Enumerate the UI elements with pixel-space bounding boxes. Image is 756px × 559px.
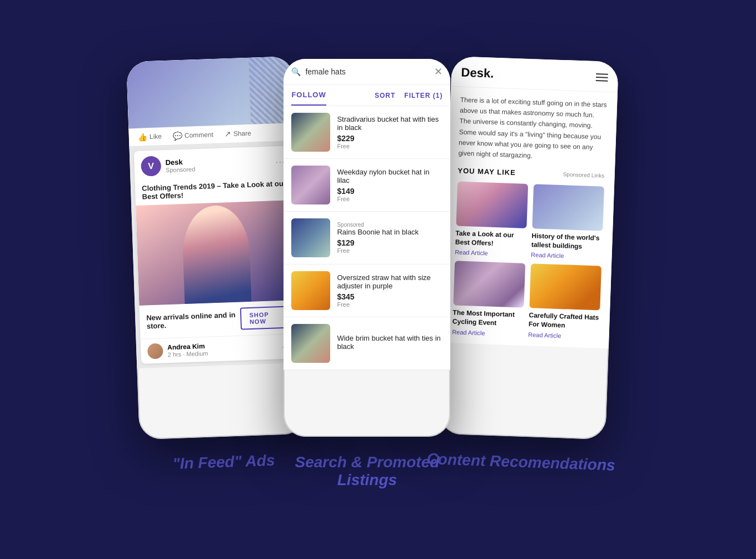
user-info: Andrea Kim 2 hrs · Medium <box>167 342 208 358</box>
share-label: Share <box>233 129 252 138</box>
rec-read-link-3[interactable]: Read Article <box>528 331 599 340</box>
you-may-like-header: YOU MAY LIKE Sponsored Links <box>458 167 605 180</box>
search-clear-button[interactable]: ✕ <box>434 66 442 78</box>
rec-read-link-1[interactable]: Read Article <box>531 252 601 261</box>
product-name-0: Stradivarius bucket hat with ties in bla… <box>337 115 442 132</box>
share-icon: ↗ <box>225 129 232 138</box>
product-info-1: Weekday nylon bucket hat in lilac $149 F… <box>337 168 442 202</box>
product-list: Stradivarius bucket hat with ties in bla… <box>284 106 450 370</box>
phone-1-label: "In Feed" Ads <box>172 452 275 473</box>
product-price-3: $345 <box>337 292 442 301</box>
comment-label: Comment <box>185 131 213 139</box>
feed-top-banner <box>127 56 296 128</box>
rec-thumb-0 <box>456 182 528 228</box>
tab-follow[interactable]: FOLLOW <box>291 85 326 106</box>
product-shipping-0: Free <box>337 143 442 149</box>
product-shipping-3: Free <box>337 301 442 308</box>
phone-3-screen: Desk. There is a lot of exciting stuff g… <box>442 56 619 348</box>
rec-item-3[interactable]: Carefully Crafted Hats For Women Read Ar… <box>528 263 601 340</box>
article-text: There is a lot of exciting stuff going o… <box>459 95 608 164</box>
filter-button[interactable]: FILTER (1) <box>404 92 442 99</box>
feed-footer: Andrea Kim 2 hrs · Medium ··· <box>141 333 299 364</box>
menu-line-1 <box>596 73 608 75</box>
feed-ad-card: V Desk Sponsored ··· Clothing Trends 201… <box>134 146 299 364</box>
product-thumb-3 <box>291 271 330 310</box>
product-name-4: Wide brim bucket hat with ties in black <box>337 334 442 351</box>
product-item-3[interactable]: Oversized straw hat with size adjuster i… <box>284 264 450 317</box>
rec-item-2[interactable]: The Most Important Cycling Event Read Ar… <box>452 261 526 338</box>
feed-cta-row: New arrivals online and in store. SHOP N… <box>140 300 299 339</box>
phone-1-shell: 👍 Like 💬 Comment ↗ Share V <box>127 56 307 440</box>
product-name-1: Weekday nylon bucket hat in lilac <box>337 168 442 184</box>
product-shipping-1: Free <box>337 196 442 202</box>
product-info-0: Stradivarius bucket hat with ties in bla… <box>337 115 442 149</box>
rec-thumb-2 <box>453 261 525 308</box>
product-info-3: Oversized straw hat with size adjuster i… <box>337 273 442 308</box>
product-price-2: $129 <box>337 238 442 247</box>
sponsored-tag: Sponsored <box>337 222 442 228</box>
product-thumb-2 <box>291 218 330 257</box>
rec-item-0[interactable]: Take a Look at our Best Offers! Read Art… <box>455 182 529 258</box>
search-tabs: FOLLOW SORT FILTER (1) <box>284 85 450 106</box>
product-item-1[interactable]: Weekday nylon bucket hat in lilac $149 F… <box>284 159 450 212</box>
search-input[interactable]: female hats <box>305 67 430 76</box>
like-icon: 👍 <box>138 132 148 142</box>
phones-container: 👍 Like 💬 Comment ↗ Share V <box>117 59 639 489</box>
phone-2-wrapper: 🔍 female hats ✕ FOLLOW SORT FILTER (1) S… <box>284 59 450 489</box>
share-button[interactable]: ↗ Share <box>225 129 252 139</box>
search-tab-actions: SORT FILTER (1) <box>375 85 442 106</box>
rec-read-link-2[interactable]: Read Article <box>452 328 523 337</box>
sponsored-label: Sponsored <box>166 166 196 173</box>
product-price-0: $229 <box>337 134 442 143</box>
like-label: Like <box>150 132 162 141</box>
rec-read-link-0[interactable]: Read Article <box>455 249 526 258</box>
product-name-2: Rains Boonie hat in black <box>337 228 442 236</box>
product-info-4: Wide brim bucket hat with ties in black <box>337 334 442 353</box>
product-thumb-1 <box>291 166 330 204</box>
rec-thumb-3 <box>529 263 601 310</box>
phone-1-wrapper: 👍 Like 💬 Comment ↗ Share V <box>127 56 308 474</box>
brand-avatar: V <box>141 156 162 176</box>
ad-image <box>136 200 297 306</box>
phone-3-label: Content Recomendations <box>427 450 616 475</box>
user-avatar <box>147 343 163 359</box>
product-shipping-2: Free <box>337 247 442 254</box>
rec-thumb-1 <box>532 184 604 231</box>
hamburger-menu-icon[interactable] <box>596 73 608 82</box>
product-item-2[interactable]: Sponsored Rains Boonie hat in black $129… <box>284 212 450 264</box>
search-icon: 🔍 <box>291 67 301 76</box>
cta-text: New arrivals online and in store. <box>146 311 241 331</box>
feed-card-header: V Desk Sponsored ··· <box>134 146 293 182</box>
phone-1-screen: 👍 Like 💬 Comment ↗ Share V <box>127 56 304 368</box>
menu-line-3 <box>596 80 608 82</box>
rec-title-0: Take a Look at our Best Offers! <box>455 229 526 249</box>
comment-button[interactable]: 💬 Comment <box>173 130 214 141</box>
content-body: There is a lot of exciting stuff going o… <box>442 87 618 348</box>
rec-title-3: Carefully Crafted Hats For Women <box>529 311 600 331</box>
sponsored-links-label: Sponsored Links <box>563 171 605 179</box>
recommendations-grid: Take a Look at our Best Offers! Read Art… <box>452 182 604 340</box>
product-info-2: Sponsored Rains Boonie hat in black $129… <box>337 222 442 254</box>
search-bar: 🔍 female hats ✕ <box>284 59 450 85</box>
phone-3-wrapper: Desk. There is a lot of exciting stuff g… <box>427 56 630 474</box>
like-button[interactable]: 👍 Like <box>138 132 162 141</box>
rec-item-1[interactable]: History of the world's tallest buildings… <box>531 184 604 261</box>
sort-button[interactable]: SORT <box>375 92 395 99</box>
you-may-like-title: YOU MAY LIKE <box>458 167 516 177</box>
comment-icon: 💬 <box>173 131 183 141</box>
phone-2-screen: 🔍 female hats ✕ FOLLOW SORT FILTER (1) S… <box>284 59 450 370</box>
rec-title-2: The Most Important Cycling Event <box>452 309 524 329</box>
product-name-3: Oversized straw hat with size adjuster i… <box>337 273 442 290</box>
phone-2-label: Search & Promoted Listings <box>284 453 450 489</box>
phone-2-shell: 🔍 female hats ✕ FOLLOW SORT FILTER (1) S… <box>284 59 450 437</box>
phone-3-shell: Desk. There is a lot of exciting stuff g… <box>439 56 619 440</box>
menu-line-2 <box>596 77 608 78</box>
rec-title-1: History of the world's tallest buildings <box>531 232 603 252</box>
brand-info: Desk Sponsored <box>166 157 196 173</box>
post-meta: 2 hrs · Medium <box>168 350 208 358</box>
product-item-0[interactable]: Stradivarius bucket hat with ties in bla… <box>284 106 450 159</box>
product-thumb-0 <box>291 113 330 152</box>
product-price-1: $149 <box>337 187 442 196</box>
content-logo: Desk. <box>461 66 495 81</box>
product-item-4[interactable]: Wide brim bucket hat with ties in black <box>284 317 450 370</box>
